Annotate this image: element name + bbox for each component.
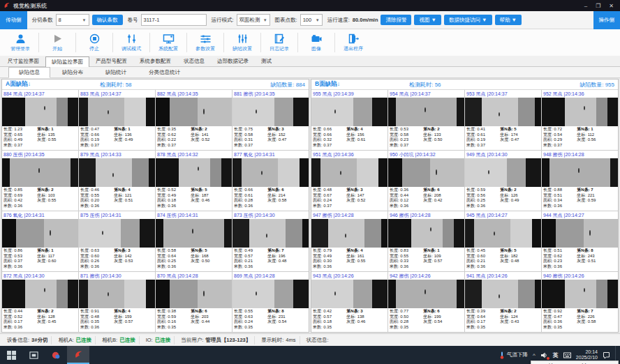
main-tab-5[interactable]: 边部数据记录 xyxy=(211,56,255,66)
defect-image[interactable] xyxy=(79,280,155,308)
maximize-button[interactable]: ❐ xyxy=(596,3,600,9)
taskbar-app-vision-system[interactable] xyxy=(67,346,89,364)
sub-tab-2[interactable]: 缺陷统计 xyxy=(95,67,137,78)
toolbar-button-image[interactable]: 图像 xyxy=(300,33,332,52)
defect-cell[interactable]: 878 黑点 |20:14:32长度: 0.52宽度: 0.49面积: 0.18… xyxy=(156,151,232,211)
defect-cell[interactable]: 881 擦伤 |20:14:35长度: 0.75宽度: 0.58面积: 0.31… xyxy=(232,90,309,150)
taskbar-ime-lang[interactable]: 英 xyxy=(553,351,559,359)
defect-image[interactable] xyxy=(232,280,309,308)
defect-image[interactable] xyxy=(388,219,464,248)
toolbar-button-system-config[interactable]: 系统配置 xyxy=(152,33,184,52)
defect-image[interactable] xyxy=(232,219,309,248)
main-tab-6[interactable]: 测试 xyxy=(255,56,278,66)
sub-tab-3[interactable]: 分类信息统计 xyxy=(138,67,191,78)
volume-button[interactable] xyxy=(540,351,548,359)
defect-image[interactable] xyxy=(79,219,155,248)
defect-image[interactable] xyxy=(232,98,309,126)
defect-cell[interactable]: 871 擦伤 |20:14:30长度: 0.91宽度: 0.48面积: 0.35… xyxy=(79,272,155,332)
defect-cell[interactable]: 946 擦伤 |20:14:28长度: 0.83宽度: 0.55面积: 0.33… xyxy=(388,211,464,271)
defect-cell[interactable]: 874 压伤 |20:14:31长度: 0.58宽度: 0.64面积: 0.25… xyxy=(156,211,232,271)
toolbar-button-exit-program[interactable]: 退出程序 xyxy=(337,33,369,52)
task-view-button[interactable] xyxy=(22,346,45,364)
defect-cell[interactable]: 876 氧化 |20:14:31长度: 0.86宽度: 0.53面积: 0.37… xyxy=(2,211,78,271)
close-button[interactable]: ✕ xyxy=(609,3,614,9)
main-tab-2[interactable]: 产品型号配置 xyxy=(89,56,133,66)
toolbar-button-defect-settings[interactable]: 缺陷设置 xyxy=(226,33,258,52)
defect-image[interactable] xyxy=(2,219,78,248)
defect-cell[interactable]: 943 黑点 |20:14:26长度: 0.42宽度: 0.57面积: 0.18… xyxy=(311,272,388,332)
defect-cell[interactable]: 940 擦伤 |20:14:26长度: 0.92宽度: 0.47面积: 0.36… xyxy=(542,272,618,332)
defect-image[interactable] xyxy=(465,219,541,248)
defect-image[interactable] xyxy=(388,158,464,187)
defect-image[interactable] xyxy=(465,158,541,187)
defect-image[interactable] xyxy=(2,158,78,187)
weather-widget[interactable]: 气温下降 xyxy=(499,351,528,359)
defect-cell[interactable]: 879 黑点 |20:14:33长度: 0.46宽度: 0.55面积: 0.20… xyxy=(79,151,155,211)
defect-image[interactable] xyxy=(232,158,309,187)
defect-image[interactable] xyxy=(542,98,618,126)
defect-cell[interactable]: 952 黑点 |20:14:36长度: 0.72宽度: 0.54面积: 0.29… xyxy=(542,90,618,150)
defect-cell[interactable]: 880 压伤 |20:14:35长度: 0.85宽度: 0.69面积: 0.42… xyxy=(2,151,78,211)
defect-cell[interactable]: 953 黑点 |20:14:37长度: 0.41宽度: 0.61面积: 0.19… xyxy=(465,90,541,150)
toolbar-button-debug-mode[interactable]: 调试模式 xyxy=(115,33,147,52)
defect-image[interactable] xyxy=(79,98,155,126)
toolbar-button-param-settings[interactable]: 参数设置 xyxy=(189,33,221,52)
notification-center-icon[interactable] xyxy=(603,351,610,359)
drive-side-button[interactable]: 传动侧 xyxy=(0,11,27,29)
defect-image[interactable] xyxy=(156,219,232,248)
toolbar-button-stop[interactable]: 停止 xyxy=(78,33,110,52)
defect-cell[interactable]: 877 氧化 |20:14:31长度: 0.66宽度: 0.61面积: 0.28… xyxy=(232,151,309,211)
defect-image[interactable] xyxy=(465,98,541,126)
sub-tab-0[interactable]: 缺陷信息 xyxy=(8,67,50,78)
operator-side-button[interactable]: 操作侧 xyxy=(593,11,620,29)
defect-image[interactable] xyxy=(311,280,388,308)
run-mode-select[interactable]: 双面检测 ▼ xyxy=(237,14,270,26)
minimize-button[interactable]: – xyxy=(584,3,587,9)
defect-cell[interactable]: 945 黑点 |20:14:27长度: 0.45宽度: 0.60面积: 0.21… xyxy=(465,211,541,271)
defect-cell[interactable]: 951 黑点 |20:14:36长度: 0.48宽度: 0.67面积: 0.24… xyxy=(311,151,388,211)
roll-number-input[interactable]: 3117-1 xyxy=(141,14,207,26)
defect-image[interactable] xyxy=(2,280,78,308)
defect-cell[interactable]: 950 小凹坑 |20:14:32长度: 0.36宽度: 0.44面积: 0.1… xyxy=(388,151,464,211)
defect-image[interactable] xyxy=(79,158,155,187)
taskbar-app-paint[interactable] xyxy=(45,346,67,364)
ime-toolbar[interactable]: ⋮ 英☽’,简☺⚙ xyxy=(531,361,619,364)
defect-cell[interactable]: 949 黑点 |20:14:30长度: 0.59宽度: 0.56面积: 0.25… xyxy=(465,151,541,211)
defect-image[interactable] xyxy=(311,98,388,126)
keyboard-icon[interactable] xyxy=(563,351,571,359)
defect-cell[interactable]: 883 黑点 |20:14:37长度: 0.47宽度: 0.66面积: 0.19… xyxy=(79,90,155,150)
defect-cell[interactable]: 948 擦伤 |20:14:28长度: 0.88宽度: 0.51面积: 0.34… xyxy=(542,151,618,211)
defect-cell[interactable]: 954 黑点 |20:14:37长度: 0.53宽度: 0.58面积: 0.23… xyxy=(388,90,464,150)
defect-image[interactable] xyxy=(2,98,78,126)
defect-cell[interactable]: 872 黑点 |20:14:30长度: 0.44宽度: 0.52面积: 0.17… xyxy=(2,272,78,332)
tray-expand-icon[interactable]: ^ xyxy=(533,352,536,358)
slit-count-select[interactable]: 8 ▼ xyxy=(56,14,89,26)
chart-points-select[interactable]: 100 ▼ xyxy=(300,14,323,26)
defect-image[interactable] xyxy=(388,280,464,308)
defect-image[interactable] xyxy=(542,280,618,308)
defect-cell[interactable]: 875 压伤 |20:14:31长度: 0.63宽度: 0.60面积: 0.26… xyxy=(79,211,155,271)
defect-image[interactable] xyxy=(542,219,618,248)
defect-image[interactable] xyxy=(542,158,618,187)
main-tab-0[interactable]: 尺寸监控界面 xyxy=(1,56,45,66)
defect-cell[interactable]: 942 擦伤 |20:14:26长度: 0.77宽度: 0.50面积: 0.28… xyxy=(388,272,464,332)
view-menu-button[interactable]: 视图 ▼ xyxy=(414,15,441,26)
defect-cell[interactable]: 941 黑点 |20:14:26长度: 0.39宽度: 0.64面积: 0.17… xyxy=(465,272,541,332)
start-button[interactable] xyxy=(0,346,22,364)
defect-cell[interactable]: 944 黑点 |20:14:27长度: 0.51宽度: 0.62面积: 0.23… xyxy=(542,211,618,271)
sub-tab-1[interactable]: 缺陷分布 xyxy=(52,67,94,78)
toolbar-button-start[interactable]: 开始 xyxy=(41,33,73,52)
confirm-count-button[interactable]: 确认条数 xyxy=(92,15,123,26)
defect-cell[interactable]: 947 擦伤 |20:14:28长度: 0.79宽度: 0.49面积: 0.30… xyxy=(311,211,388,271)
defect-cell[interactable]: 873 压伤 |20:14:30长度: 0.49宽度: 0.57面积: 0.21… xyxy=(232,211,309,271)
defect-cell[interactable]: 884 黑点 |20:14:37长度: 1.23宽度: 0.65面积: 0.49… xyxy=(2,90,78,150)
defect-image[interactable] xyxy=(311,158,388,187)
defect-image[interactable] xyxy=(156,98,232,126)
defect-image[interactable] xyxy=(156,280,232,308)
toolbar-button-log-record[interactable]: 日志记录 xyxy=(263,33,295,52)
defect-cell[interactable]: 882 黑点 |20:14:35长度: 0.35宽度: 0.62面积: 0.22… xyxy=(156,90,232,150)
defect-image[interactable] xyxy=(465,280,541,308)
defect-cell[interactable]: 870 黑点 |20:14:28长度: 0.38宽度: 0.59面积: 0.16… xyxy=(156,272,232,332)
taskbar-clock[interactable]: 20:14 2025/2/10 xyxy=(576,349,598,361)
defect-cell[interactable]: 869 黑点 |20:14:28长度: 0.55宽度: 0.63面积: 0.24… xyxy=(232,272,309,332)
